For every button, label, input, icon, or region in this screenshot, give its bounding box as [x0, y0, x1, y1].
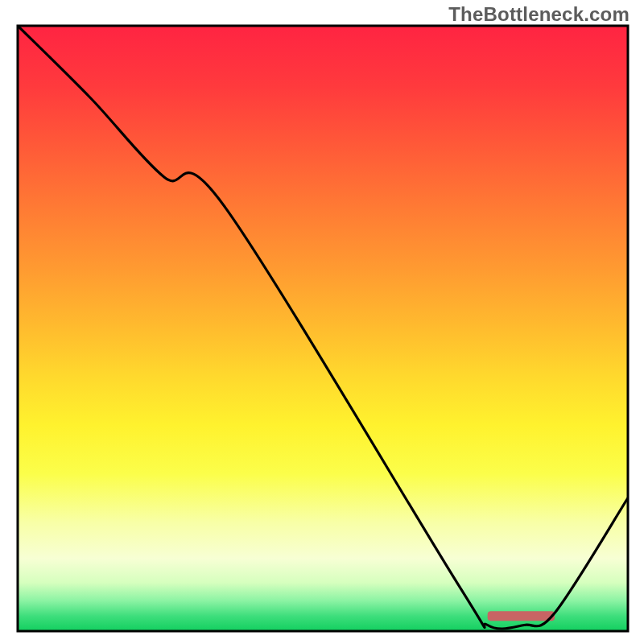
bottleneck-chart — [0, 0, 644, 644]
optimal-flat-band — [488, 611, 555, 621]
chart-root: TheBottleneck.com — [0, 0, 644, 644]
watermark-text: TheBottleneck.com — [448, 3, 630, 26]
